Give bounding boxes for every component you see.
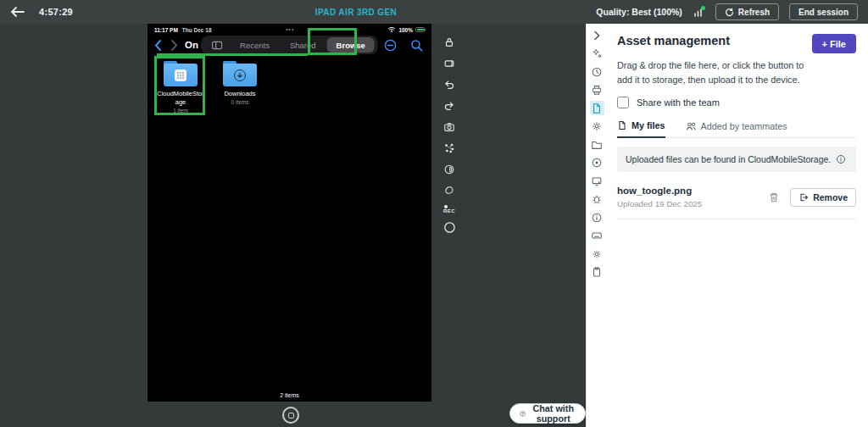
- help-circle-icon: [520, 408, 526, 419]
- tab-teammates-label: Added by teammates: [701, 121, 787, 131]
- bug-icon[interactable]: [590, 192, 604, 207]
- collapse-panel-chevron-icon[interactable]: [590, 28, 604, 42]
- nav-forward-chevron-icon[interactable]: [170, 39, 178, 52]
- gesture-icon[interactable]: [442, 184, 456, 197]
- keyboard-icon[interactable]: [590, 229, 604, 243]
- search-icon[interactable]: [410, 39, 423, 52]
- tab-my-files-label: My files: [632, 120, 665, 130]
- device-monitor-icon[interactable]: [590, 174, 604, 188]
- tab-recents[interactable]: Recents: [231, 37, 279, 53]
- folder-count: 1 item: [173, 108, 188, 114]
- record-icon[interactable]: REC: [443, 205, 455, 214]
- remove-from-device-icon: [798, 192, 809, 202]
- quality-label[interactable]: Quality: Best (100%): [596, 7, 682, 17]
- device-toolbar: REC: [438, 36, 460, 235]
- apps-badge-icon: [175, 69, 186, 81]
- device-canvas: 11:17 PM Thu Dec 18 100% On My iPad: [0, 24, 586, 427]
- storage-info-banner: Uploaded files can be found in CloudMobi…: [617, 147, 856, 172]
- clipboard-icon[interactable]: [590, 265, 604, 280]
- file-uploaded-date: Uploaded 19 Dec 2025: [617, 199, 702, 208]
- tab-my-files[interactable]: My files: [617, 120, 665, 138]
- biometric-icon[interactable]: [442, 163, 456, 176]
- session-timer: 4:57:29: [39, 7, 73, 17]
- session-topbar: 4:57:29 IPAD AIR 3RD GEN Quality: Best (…: [0, 0, 868, 24]
- uploaded-file-row: how_toogle.png Uploaded 19 Dec 2025 Remo…: [617, 175, 856, 219]
- folder-count: 0 items: [231, 99, 249, 105]
- folder-rail-icon[interactable]: [590, 137, 604, 152]
- settings-gear-icon[interactable]: [590, 247, 604, 261]
- folder-downloads[interactable]: Downloads 0 items: [215, 61, 264, 114]
- refresh-button[interactable]: Refresh: [715, 3, 779, 20]
- chat-with-support-label: Chat with support: [531, 403, 576, 424]
- app-window: 4:57:29 IPAD AIR 3RD GEN Quality: Best (…: [0, 0, 868, 427]
- network-simulation-icon[interactable]: [442, 141, 456, 155]
- file-name: how_toogle.png: [617, 186, 702, 196]
- battery-icon: [415, 27, 425, 32]
- printer-icon[interactable]: [590, 83, 604, 97]
- share-with-team-row[interactable]: Share with the team: [617, 97, 856, 108]
- panel-description: Drag & drop the file here, or click the …: [617, 58, 821, 86]
- lock-icon[interactable]: [442, 36, 456, 49]
- folder-cloudmobilestorage[interactable]: CloudMobileStorage 1 item: [156, 61, 205, 114]
- tools-rail: [586, 24, 607, 427]
- ai-sparkle-icon[interactable]: [590, 47, 604, 61]
- sidebar-toggle-icon[interactable]: [204, 41, 229, 50]
- record-circle-icon[interactable]: [590, 156, 604, 170]
- folder-name: CloudMobileStorage: [156, 90, 205, 107]
- tab-added-by-teammates[interactable]: Added by teammates: [686, 120, 787, 137]
- ipad-screen[interactable]: 11:17 PM Thu Dec 18 100% On My iPad: [147, 24, 431, 402]
- network-indicator-icon[interactable]: [693, 6, 705, 18]
- rotate-device-icon[interactable]: [442, 57, 456, 70]
- redo-icon[interactable]: [442, 99, 456, 113]
- gear-icon[interactable]: [590, 119, 604, 134]
- device-name-label: IPAD AIR 3RD GEN: [315, 8, 397, 17]
- banner-info-icon[interactable]: [836, 154, 846, 164]
- wifi-icon: [387, 26, 396, 33]
- tab-browse[interactable]: Browse: [327, 37, 375, 53]
- home-circle-icon[interactable]: [442, 221, 456, 235]
- ipad-status-bar: 11:17 PM Thu Dec 18 100%: [154, 25, 425, 34]
- folder-grid: CloudMobileStorage 1 item Downloads 0 it…: [156, 61, 264, 114]
- screenshot-camera-icon[interactable]: [442, 120, 456, 134]
- delete-file-icon[interactable]: [768, 191, 780, 203]
- files-nav-bar: On My iPad Recents Shared Browse: [154, 35, 425, 55]
- tab-shared[interactable]: Shared: [281, 37, 326, 53]
- folder-icon: [223, 61, 257, 86]
- storage-info-text: Uploaded files can be found in CloudMobi…: [626, 154, 831, 164]
- asset-management-panel: Asset management + File Drag & drop the …: [607, 24, 868, 427]
- undo-icon[interactable]: [442, 78, 456, 92]
- remove-button-label: Remove: [813, 192, 848, 202]
- add-file-button[interactable]: + File: [812, 34, 856, 53]
- panel-title: Asset management: [617, 34, 730, 47]
- items-count-footer: 2 items: [147, 392, 431, 398]
- refresh-label: Refresh: [738, 8, 770, 17]
- chat-with-support-button[interactable]: Chat with support: [509, 403, 586, 424]
- folder-icon: [164, 61, 198, 86]
- info-icon[interactable]: [590, 210, 604, 225]
- download-badge-icon: [234, 69, 246, 81]
- record-label: REC: [443, 208, 455, 214]
- home-button[interactable]: [282, 407, 299, 424]
- status-date: Thu Dec 18: [182, 27, 212, 33]
- refresh-icon: [725, 8, 734, 17]
- minus-circle-icon[interactable]: [384, 39, 397, 52]
- share-checkbox[interactable]: [617, 97, 629, 108]
- battery-percent: 100%: [398, 27, 413, 33]
- history-clock-icon[interactable]: [590, 64, 604, 79]
- status-time: 11:17 PM: [154, 27, 178, 33]
- end-session-label: End session: [798, 8, 849, 17]
- files-segmented-control: Recents Shared Browse: [201, 36, 378, 54]
- teammates-icon: [686, 121, 697, 131]
- remove-button[interactable]: Remove: [790, 188, 856, 207]
- end-session-button[interactable]: End session: [789, 3, 858, 20]
- nav-back-chevron-icon[interactable]: [154, 39, 162, 52]
- status-more-dots: [286, 29, 293, 30]
- asset-management-file-icon[interactable]: [590, 101, 604, 115]
- file-tab-icon: [617, 120, 627, 130]
- share-checkbox-label: Share with the team: [637, 97, 720, 108]
- files-tabs: My files Added by teammates: [617, 120, 856, 138]
- back-arrow-icon[interactable]: [10, 6, 25, 18]
- folder-name: Downloads: [215, 90, 264, 98]
